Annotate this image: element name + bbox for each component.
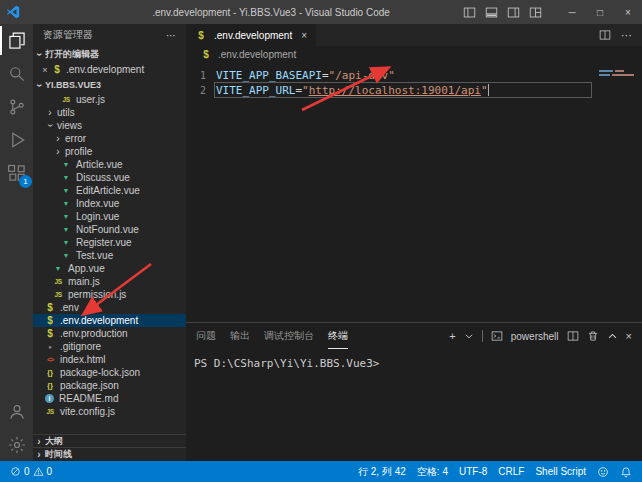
activity-accounts[interactable] bbox=[0, 395, 33, 428]
tree-item-permission.js[interactable]: JSpermission.js bbox=[33, 288, 186, 301]
bottom-panel: 问题输出调试控制台终端 + powershell × PS D:\CSharp\… bbox=[186, 322, 642, 461]
tree-item-error[interactable]: ›error bbox=[33, 132, 186, 145]
chevron-down-icon: › bbox=[34, 48, 45, 60]
panel-tab-输出[interactable]: 输出 bbox=[230, 323, 250, 349]
tree-item-Index.vue[interactable]: ▼Index.vue bbox=[33, 197, 186, 210]
tree-item-package-lock.json[interactable]: {}package-lock.json bbox=[33, 366, 186, 379]
code-line-2[interactable]: 2VITE_APP_URL="http://localhost:19001/ap… bbox=[186, 83, 642, 98]
code-token: VITE_APP_URL bbox=[216, 84, 295, 97]
customize-layout-icon[interactable] bbox=[529, 6, 542, 19]
panel-tab-调试控制台[interactable]: 调试控制台 bbox=[264, 323, 314, 349]
terminal-output[interactable]: PS D:\CSharp\Yi\Yi.BBS.Vue3> bbox=[186, 349, 642, 370]
editor-area[interactable]: 1VITE_APP_BASEAPI="/api-dev"2VITE_APP_UR… bbox=[186, 62, 642, 322]
tree-item-label: Register.vue bbox=[76, 237, 132, 248]
env-file-icon: $ bbox=[44, 302, 56, 313]
tree-item-App.vue[interactable]: ▼App.vue bbox=[33, 262, 186, 275]
activity-run-debug[interactable] bbox=[0, 123, 33, 156]
code-token: " bbox=[302, 84, 309, 97]
sidebar-title-row: 资源管理器 ⋯ bbox=[33, 24, 186, 46]
encoding-status[interactable]: UTF-8 bbox=[459, 466, 487, 477]
tree-item-label: .gitignore bbox=[60, 341, 101, 352]
tree-item-.env.production[interactable]: $.env.production bbox=[33, 327, 186, 340]
maximize-button[interactable]: □ bbox=[586, 0, 614, 24]
tree-item-package.json[interactable]: {}package.json bbox=[33, 379, 186, 392]
tree-item-EditArticle.vue[interactable]: ▼EditArticle.vue bbox=[33, 184, 186, 197]
split-editor-icon[interactable] bbox=[599, 29, 611, 41]
run-debug-icon bbox=[7, 130, 27, 150]
indentation-status[interactable]: 空格: 4 bbox=[417, 465, 448, 479]
activity-extensions[interactable]: 1 bbox=[0, 156, 33, 189]
close-panel-icon[interactable]: × bbox=[626, 330, 632, 342]
tree-item-main.js[interactable]: JSmain.js bbox=[33, 275, 186, 288]
tree-item-profile[interactable]: ›profile bbox=[33, 145, 186, 158]
env-file-icon: $ bbox=[200, 49, 212, 60]
code-lines: 1VITE_APP_BASEAPI="/api-dev"2VITE_APP_UR… bbox=[186, 62, 642, 98]
tree-item-label: .env.production bbox=[60, 328, 128, 339]
shell-name[interactable]: powershell bbox=[511, 331, 559, 342]
tree-item-NotFound.vue[interactable]: ▼NotFound.vue bbox=[33, 223, 186, 236]
source-control-icon bbox=[7, 97, 27, 117]
problems-status[interactable]: 0 0 bbox=[10, 466, 52, 477]
sidebar-more-actions-icon[interactable]: ⋯ bbox=[166, 30, 176, 41]
panel-header: 问题输出调试控制台终端 + powershell × bbox=[186, 323, 642, 349]
tree-item-label: EditArticle.vue bbox=[76, 185, 140, 196]
new-terminal-button[interactable]: + bbox=[449, 330, 455, 342]
code-token: "/api-dev" bbox=[329, 69, 395, 82]
panel-tab-终端[interactable]: 终端 bbox=[328, 323, 348, 349]
maximize-panel-icon[interactable] bbox=[607, 331, 618, 342]
language-mode-status[interactable]: Shell Script bbox=[535, 466, 586, 477]
tree-item-index.html[interactable]: <>index.html bbox=[33, 353, 186, 366]
notifications-bell-icon[interactable] bbox=[620, 466, 632, 478]
tree-item-label: package.json bbox=[60, 380, 119, 391]
chevron-right-icon: › bbox=[52, 133, 64, 144]
line-number: 2 bbox=[186, 83, 216, 98]
timeline-section-header[interactable]: › 时间线 bbox=[33, 448, 186, 461]
open-editor-item[interactable]: × $ .env.development bbox=[33, 62, 186, 77]
tree-item-Test.vue[interactable]: ▼Test.vue bbox=[33, 249, 186, 262]
js-file-icon: JS bbox=[60, 96, 72, 103]
tree-item-Article.vue[interactable]: ▼Article.vue bbox=[33, 158, 186, 171]
code-line-1[interactable]: 1VITE_APP_BASEAPI="/api-dev" bbox=[186, 68, 642, 83]
breadcrumb[interactable]: $ .env.development bbox=[186, 46, 642, 62]
close-editor-icon[interactable]: × bbox=[39, 65, 51, 75]
kill-terminal-icon[interactable] bbox=[587, 330, 599, 342]
tree-item-.env.development[interactable]: $.env.development bbox=[33, 314, 186, 327]
url-link[interactable]: http://localhost:19001/api bbox=[309, 84, 481, 97]
toggle-panel-icon[interactable] bbox=[485, 6, 498, 19]
activity-settings[interactable] bbox=[0, 428, 33, 461]
activity-search[interactable] bbox=[0, 57, 33, 90]
tree-item-vite.config.js[interactable]: JSvite.config.js bbox=[33, 405, 186, 418]
tree-item-label: Discuss.vue bbox=[76, 172, 130, 183]
more-actions-icon[interactable]: ⋯ bbox=[621, 29, 632, 42]
cursor-position-status[interactable]: 行 2, 列 42 bbox=[358, 465, 406, 479]
feedback-smiley-icon[interactable] bbox=[597, 466, 609, 478]
open-editors-header[interactable]: › 打开的编辑器 bbox=[33, 46, 186, 62]
tree-item-utils[interactable]: ›utils bbox=[33, 106, 186, 119]
tree-item-.gitignore[interactable]: ●.gitignore bbox=[33, 340, 186, 353]
tree-item-Login.vue[interactable]: ▼Login.vue bbox=[33, 210, 186, 223]
minimap[interactable] bbox=[596, 62, 642, 152]
close-button[interactable]: × bbox=[614, 0, 642, 24]
vue-file-icon: ▼ bbox=[60, 213, 72, 220]
activity-source-control[interactable] bbox=[0, 90, 33, 123]
tree-item-label: package-lock.json bbox=[60, 367, 140, 378]
tree-item-Discuss.vue[interactable]: ▼Discuss.vue bbox=[33, 171, 186, 184]
tab-env-development[interactable]: $ .env.development × bbox=[186, 24, 316, 46]
tab-close-icon[interactable]: × bbox=[301, 30, 307, 41]
tree-item-user.js[interactable]: JSuser.js bbox=[33, 93, 186, 106]
vue-file-icon: ▼ bbox=[60, 174, 72, 181]
minimize-button[interactable]: ─ bbox=[558, 0, 586, 24]
tree-item-views[interactable]: ›views bbox=[33, 119, 186, 132]
tree-item-label: README.md bbox=[59, 393, 118, 404]
eol-status[interactable]: CRLF bbox=[498, 466, 524, 477]
tree-item-Register.vue[interactable]: ▼Register.vue bbox=[33, 236, 186, 249]
open-editor-label: .env.development bbox=[66, 64, 144, 75]
tree-item-.env[interactable]: $.env bbox=[33, 301, 186, 314]
panel-tab-问题[interactable]: 问题 bbox=[196, 323, 216, 349]
tree-item-README.md[interactable]: iREADME.md bbox=[33, 392, 186, 405]
split-terminal-icon[interactable] bbox=[567, 330, 579, 342]
terminal-dropdown-icon[interactable] bbox=[464, 331, 474, 341]
toggle-secondary-sidebar-icon[interactable] bbox=[507, 6, 520, 19]
activity-explorer[interactable] bbox=[0, 24, 33, 57]
project-section-header[interactable]: › YI.BBS.VUE3 bbox=[33, 77, 186, 93]
